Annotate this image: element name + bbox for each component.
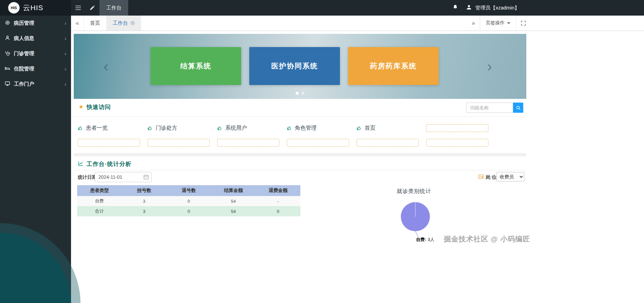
sidebar-toggle-icon[interactable]: [71, 0, 85, 16]
main-content: 结算系统 医护协同系统 药房药库系统 ‹ › ★ 快速访问 患者一览: [71, 31, 644, 303]
chevron-right-icon: ›: [65, 51, 66, 57]
thumb-up-icon: [287, 126, 292, 131]
stat-date-label: 统计日期: [78, 172, 97, 182]
sidebar-item-label: 病历管理: [14, 20, 34, 26]
pie-label-value: 3人: [428, 237, 434, 242]
sidebar-item-medical-records[interactable]: 病历管理 ›: [0, 16, 71, 31]
thumb-up-icon: [147, 126, 153, 131]
empty-slot: [426, 139, 488, 147]
quick-link-system-users[interactable]: 系统用户: [217, 125, 287, 132]
pie-chart-title: 就诊类别统计: [378, 188, 450, 195]
cell: 0: [166, 206, 211, 216]
stats-table: 患者类型 挂号数 退号数 结算金额 退费金额 自费 3 0 54 - 合计 3: [77, 185, 300, 216]
post-select[interactable]: 收费员: [497, 172, 524, 181]
section-gap: [74, 153, 526, 156]
carousel-dot-1[interactable]: [296, 92, 299, 95]
function-search: [466, 103, 513, 113]
search-input[interactable]: [466, 103, 513, 113]
stats-title: 工作台·统计分析: [87, 160, 132, 168]
search-button[interactable]: [513, 103, 523, 113]
cell: 0: [256, 206, 300, 216]
cell: 自费: [77, 196, 122, 206]
sidebar-item-inpatient[interactable]: 住院管理 ›: [0, 61, 71, 77]
fullscreen-icon[interactable]: [516, 16, 530, 30]
quick-link-patient-overview[interactable]: 患者一览: [78, 125, 147, 132]
line-chart-icon: [78, 161, 84, 168]
tab-label: 工作台: [113, 20, 128, 26]
sidebar-item-patient-info[interactable]: 病人信息 ›: [0, 31, 71, 46]
sidebar-item-label: 病人信息: [14, 35, 34, 42]
sidebar-item-label: 门诊管理: [14, 50, 34, 57]
bell-icon[interactable]: [453, 4, 458, 11]
cell: 54: [211, 196, 256, 206]
carousel-card-pharmacy[interactable]: 药房药库系统: [348, 47, 439, 85]
cell: 54: [211, 206, 256, 216]
quick-link-label: 角色管理: [295, 125, 317, 132]
logo-area: HIS 云HIS: [0, 0, 71, 16]
quick-access-title: 快速访问: [87, 103, 111, 111]
top-navbar: HIS 云HIS 工作台 管理员【xzadmin】: [0, 0, 644, 16]
carousel-dot-2[interactable]: [301, 92, 304, 95]
cell: 3: [122, 206, 166, 216]
tabs-scroll-left-button[interactable]: «: [71, 16, 84, 30]
star-icon: ★: [78, 104, 84, 110]
sidebar-item-work-portal[interactable]: 工作门户 ›: [0, 77, 71, 92]
tab-workspace[interactable]: 工作台: [107, 16, 141, 30]
quick-link-home[interactable]: 首页: [356, 125, 426, 132]
stats-section: 工作台·统计分析 统计日期 岗 位 收费员 患者类型: [74, 156, 526, 303]
thumb-up-icon: [217, 126, 222, 131]
carousel-card-settlement[interactable]: 结算系统: [151, 47, 241, 85]
stethoscope-icon: [5, 50, 10, 57]
tab-label: 首页: [90, 20, 100, 26]
divider: [74, 170, 526, 170]
carousel-card-medical-collab[interactable]: 医护协同系统: [249, 47, 340, 85]
quick-link-label: 患者一览: [86, 125, 108, 132]
carousel-prev-icon[interactable]: ‹: [104, 59, 109, 74]
sidebar-item-label: 工作门户: [14, 81, 34, 87]
nav-workspace-tab[interactable]: 工作台: [99, 0, 128, 16]
empty-slot: [426, 124, 488, 132]
carousel-next-icon[interactable]: ›: [487, 59, 492, 74]
calendar-icon[interactable]: [143, 174, 149, 180]
table-header-row: 患者类型 挂号数 退号数 结算金额 退费金额: [77, 185, 300, 196]
bed-icon: [5, 66, 10, 72]
tab-home[interactable]: 首页: [84, 16, 107, 30]
header-cell: 退费金额: [256, 185, 300, 196]
header-cell: 患者类型: [77, 185, 122, 196]
user-menu[interactable]: 管理员【xzadmin】: [466, 4, 520, 12]
chevron-right-icon: ›: [65, 36, 66, 42]
cell: 0: [166, 196, 211, 206]
carousel-dots: [296, 92, 304, 95]
pie-label-category: 自费:: [416, 237, 426, 242]
tabs-scroll-right-button[interactable]: »: [467, 16, 480, 30]
search-icon: [516, 105, 521, 110]
chevron-right-icon: ›: [65, 20, 66, 26]
tab-actions-label: 页签操作: [486, 20, 505, 26]
quick-link-label: 首页: [365, 125, 375, 132]
close-tab-icon[interactable]: [131, 21, 135, 25]
chevron-right-icon: ›: [65, 81, 66, 87]
sidebar-item-outpatient[interactable]: 门诊管理 ›: [0, 46, 71, 61]
thumb-up-icon: [356, 126, 362, 131]
cell: -: [256, 196, 300, 206]
tabbar-right-controls: » 页签操作: [467, 16, 530, 30]
quick-link-label: 门诊处方: [156, 125, 177, 132]
quick-link-label: 系统用户: [225, 125, 247, 132]
header-cell: 结算金额: [211, 185, 256, 196]
note-edit-icon[interactable]: [85, 0, 99, 16]
header-cell: 挂号数: [122, 185, 166, 196]
empty-slot: [356, 139, 419, 147]
post-label: 岗 位: [486, 172, 497, 182]
tab-actions-dropdown[interactable]: 页签操作: [480, 16, 516, 30]
post-badge-icon: [478, 174, 484, 180]
username-label: 管理员【xzadmin】: [475, 5, 520, 11]
patient-icon: [5, 35, 10, 42]
table-total-row: 合计 3 0 54 0: [77, 206, 300, 216]
pie-slice-label: 自费:3人: [416, 237, 435, 243]
empty-slot: [78, 139, 140, 147]
quick-link-outpatient-prescription[interactable]: 门诊处方: [147, 125, 217, 132]
date-input[interactable]: [95, 172, 152, 182]
table-row: 自费 3 0 54 -: [77, 196, 300, 206]
quick-link-role-management[interactable]: 角色管理: [287, 125, 356, 132]
banner-carousel: 结算系统 医护协同系统 药房药库系统 ‹ ›: [74, 34, 526, 99]
